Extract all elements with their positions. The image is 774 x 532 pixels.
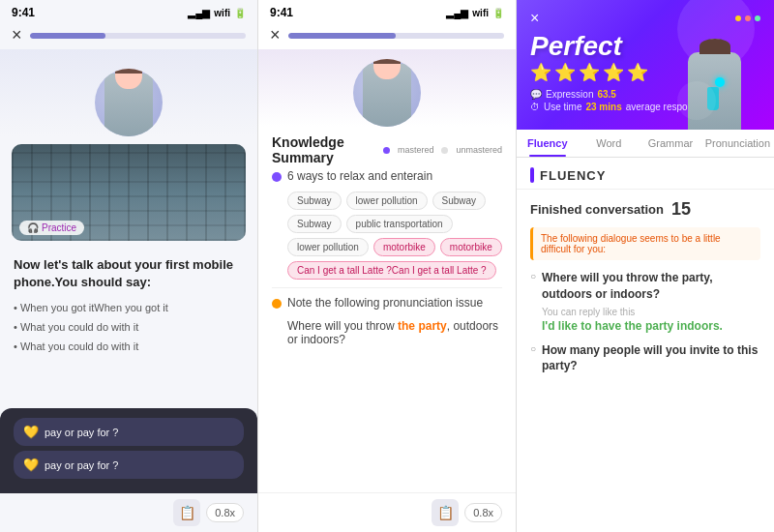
- section-row-2: Note the following pronunciation issue: [272, 296, 502, 310]
- clipboard-icon-btn[interactable]: 📋: [173, 499, 200, 526]
- warning-text: The following dialogue seems to be a lit…: [541, 233, 721, 254]
- reply-text-1: I'd like to have the party indoors.: [530, 319, 760, 333]
- panel1-content: Now let's talk about your first mobile p…: [0, 249, 257, 408]
- close-button-2[interactable]: ×: [270, 25, 281, 45]
- section-dot-1: [272, 172, 282, 182]
- tag-lower-pollution-2[interactable]: lower pollution: [287, 238, 369, 256]
- battery-icon: 🔋: [234, 8, 246, 18]
- close-button-3[interactable]: ×: [530, 10, 539, 27]
- status-bar-1: 9:41 ▂▄▆ wifi 🔋: [0, 0, 257, 21]
- star-4: ⭐: [603, 62, 624, 83]
- avatar-hair-2: [373, 59, 401, 64]
- avatar-body-2: [363, 64, 411, 127]
- close-button-1[interactable]: ×: [12, 25, 22, 45]
- wifi-icon-2: wifi: [472, 8, 489, 18]
- tab-fluency[interactable]: Fluency: [517, 130, 579, 157]
- tag-latte[interactable]: Can I get a tall Latte ?Can I get a tall…: [287, 261, 496, 280]
- progress-fill-1: [30, 33, 105, 39]
- dialogue-item-2: How many people will you invite to this …: [530, 342, 760, 375]
- knowledge-header: Knowledge Summary mastered unmastered: [258, 127, 516, 169]
- practice-label-text: Practice: [42, 222, 76, 233]
- avg-label: average response: [626, 102, 703, 112]
- p3-hair: [700, 39, 730, 54]
- headphone-icon: 🎧: [27, 222, 39, 233]
- top-nav-2: ×: [258, 21, 516, 49]
- unmastered-label: unmastered: [456, 145, 502, 155]
- avatar-1: [95, 69, 163, 136]
- tab-word[interactable]: Word: [579, 130, 640, 157]
- knowledge-section: 6 ways to relax and enterain Subway lowe…: [258, 169, 516, 492]
- finished-row: Finished conversation 15: [530, 199, 760, 220]
- star-1: ⭐: [530, 62, 551, 83]
- tab-pronunciation[interactable]: Pronunciation: [701, 130, 774, 157]
- tag-subway-1[interactable]: Subway: [287, 192, 342, 210]
- content-title: Now let's talk about your first mobile p…: [14, 256, 244, 291]
- avatar-3: [678, 23, 751, 130]
- panel-practice: 9:41 ▂▄▆ wifi 🔋 × 🎧 Practice: [0, 0, 258, 532]
- chat-icon-stat: 💬: [530, 89, 542, 100]
- deco-dot-green: [755, 15, 760, 21]
- tag-lower-pollution-1[interactable]: lower pollution: [346, 192, 428, 210]
- fluency-header: FLUENCY: [517, 158, 774, 190]
- tag-subway-2[interactable]: Subway: [432, 192, 487, 210]
- panel3-header: × Perfect ⭐ ⭐ ⭐ ⭐ ⭐ 💬 Expressi: [517, 0, 774, 130]
- panel2-footer: 📋 0.8x: [258, 492, 516, 532]
- avatar-2: [353, 59, 421, 127]
- status-bar-2: 9:41 ▂▄▆ wifi 🔋: [258, 0, 516, 21]
- knowledge-title: Knowledge Summary: [272, 134, 383, 165]
- use-time-value: 23 mins: [585, 102, 621, 112]
- city-photo: 🎧 Practice: [12, 144, 246, 241]
- reply-hint-1: You can reply like this: [530, 307, 760, 317]
- star-3: ⭐: [579, 62, 600, 83]
- pronunciation-sentence: Where will you throw the party, outdoors…: [272, 315, 502, 346]
- status-time-1: 9:41: [12, 6, 35, 19]
- dialogue-q-1: Where will you throw the party, outdoors…: [530, 270, 760, 303]
- panel-knowledge: 9:41 ▂▄▆ wifi 🔋 × Knowledge Summary mast…: [258, 0, 517, 532]
- progress-bar-2: [288, 33, 504, 39]
- bullet-2: What you could do with it: [14, 318, 244, 338]
- chat-text-1: pay or pay for ?: [45, 427, 118, 438]
- tab-bar: Fluency Word Grammar Pronunciation: [517, 130, 774, 158]
- tab-grammar[interactable]: Grammar: [640, 130, 701, 157]
- bullet-1: When you got itWhen you got it: [14, 299, 244, 318]
- pron-highlight: the party: [398, 319, 447, 333]
- tag-motorbike-1[interactable]: motorbike: [373, 238, 435, 256]
- practice-badge: 🎧 Practice: [19, 221, 84, 235]
- top-nav-1: ×: [0, 21, 257, 49]
- expression-label: Expression: [546, 89, 593, 100]
- status-icons-2: ▂▄▆ wifi 🔋: [446, 8, 504, 18]
- dialogue-q-2: How many people will you invite to this …: [530, 342, 760, 375]
- pron-before: Where will you throw: [287, 319, 398, 333]
- tag-subway-3[interactable]: Subway: [287, 215, 342, 233]
- section-text-2: Note the following pronunciation issue: [287, 296, 483, 310]
- finished-count: 15: [671, 199, 691, 220]
- chat-text-2: pay or pay for ?: [45, 459, 118, 471]
- section-text-1: 6 ways to relax and enterain: [287, 169, 432, 183]
- fluency-title: FLUENCY: [540, 168, 606, 183]
- fluency-content: Finished conversation 15 The following d…: [517, 190, 774, 394]
- avatar-section-1: [0, 49, 257, 136]
- chat-bubble-1: 💛 pay or pay for ?: [14, 418, 244, 446]
- fluency-title-bar: [530, 167, 534, 183]
- progress-fill-2: [288, 33, 397, 39]
- photo-section: 🎧 Practice: [12, 144, 246, 241]
- deco-dot-red: [745, 15, 751, 21]
- unmastered-dot: [441, 147, 448, 154]
- emoji-2: 💛: [23, 458, 39, 472]
- tag-motorbike-2[interactable]: motorbike: [440, 238, 502, 256]
- tag-public-transport[interactable]: public transportation: [346, 215, 453, 233]
- clipboard-icon-btn-2[interactable]: 📋: [432, 499, 459, 526]
- battery-icon-2: 🔋: [492, 8, 504, 18]
- speed-badge-2[interactable]: 0.8x: [464, 503, 502, 522]
- tags-row-1: Subway lower pollution Subway Subway pub…: [272, 189, 502, 285]
- speed-badge-1[interactable]: 0.8x: [206, 503, 244, 522]
- avatar-hair-1: [115, 69, 142, 74]
- progress-bar-1: [30, 33, 246, 39]
- panel-results: × Perfect ⭐ ⭐ ⭐ ⭐ ⭐ 💬 Expressi: [517, 0, 774, 532]
- chat-bubble-2: 💛 pay or pay for ?: [14, 451, 244, 479]
- star-2: ⭐: [554, 62, 576, 83]
- mastered-dot: [383, 147, 390, 154]
- status-time-2: 9:41: [270, 6, 293, 19]
- dialogue-item-1: Where will you throw the party, outdoors…: [530, 270, 760, 333]
- emoji-1: 💛: [23, 425, 39, 439]
